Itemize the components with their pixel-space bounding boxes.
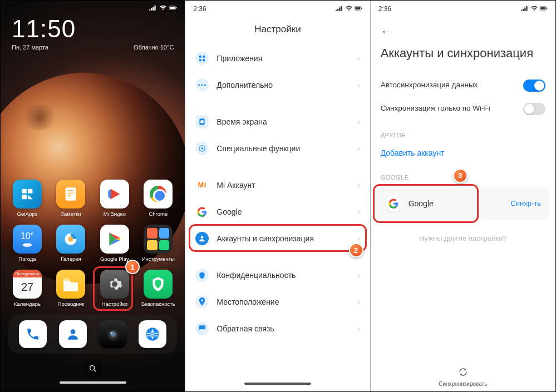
chevron-right-icon: ›: [357, 54, 360, 63]
svg-rect-34: [547, 8, 547, 9]
app-notes[interactable]: Заметки: [52, 180, 90, 217]
settings-item-special[interactable]: Специальные функции›: [185, 135, 370, 162]
search-button[interactable]: [83, 359, 102, 378]
tools-folder-icon: [144, 225, 173, 254]
settings-item-apps[interactable]: Приложения›: [185, 45, 370, 72]
settings-item-more[interactable]: Дополнительно›: [185, 72, 370, 98]
more-icon: [195, 78, 209, 92]
svg-rect-20: [199, 56, 201, 58]
settings-item-accounts-sync[interactable]: Аккаунты и синхронизация›: [185, 225, 370, 252]
app-phone[interactable]: [19, 320, 47, 348]
svg-point-28: [200, 120, 204, 123]
battery-icon: [355, 5, 362, 13]
svg-rect-21: [203, 56, 205, 58]
feedback-icon: [195, 322, 209, 335]
accounts-sync-icon: [195, 232, 209, 245]
google-account-row[interactable]: Google Синхр-ть: [376, 187, 550, 220]
settings-icon: [100, 270, 129, 299]
app-mivideo[interactable]: Mi Видео: [96, 180, 134, 217]
status-bar: [1, 1, 185, 13]
svg-point-31: [201, 236, 204, 239]
callout-badge-1: 1: [125, 260, 140, 274]
notes-icon: [56, 180, 85, 209]
google-logo-icon: [385, 195, 402, 212]
svg-point-26: [204, 84, 206, 86]
page-title: Аккаунты и синхронизация: [381, 41, 545, 72]
sync-all-button[interactable]: Синхронизировать: [371, 367, 555, 387]
apps-icon: [195, 52, 209, 65]
chevron-right-icon: ›: [357, 324, 360, 333]
chevron-right-icon: ›: [357, 234, 360, 243]
settings-item-privacy[interactable]: Конфиденциальность›: [185, 262, 370, 289]
toggle-row-wifi-only[interactable]: Синхронизация только по Wi-Fi: [371, 97, 555, 121]
google-logo-icon: [195, 205, 209, 219]
special-features-icon: [195, 142, 209, 155]
svg-rect-1: [170, 7, 175, 9]
svg-rect-19: [361, 8, 362, 9]
settings-item-screentime[interactable]: Время экрана›: [185, 108, 370, 135]
sync-icon: [371, 367, 555, 380]
svg-rect-4: [68, 190, 75, 191]
svg-rect-22: [199, 59, 201, 61]
home-indicator[interactable]: [244, 383, 311, 385]
back-button[interactable]: ←: [381, 22, 545, 41]
privacy-icon: [195, 269, 209, 282]
app-browser[interactable]: [139, 320, 166, 348]
app-calendar[interactable]: Понедельник27Календарь: [8, 270, 46, 307]
settings-item-google[interactable]: Google›: [185, 199, 370, 225]
svg-point-30: [201, 147, 204, 150]
svg-point-24: [198, 84, 200, 86]
autosync-toggle[interactable]: [523, 80, 545, 92]
status-time: 2:36: [193, 5, 206, 13]
dock: [8, 315, 177, 354]
app-settings[interactable]: Настройки: [96, 270, 134, 307]
chevron-right-icon: ›: [357, 144, 360, 153]
app-camera[interactable]: [99, 320, 127, 348]
chevron-right-icon: ›: [357, 181, 360, 190]
clock-date: Пн, 27 марта: [12, 44, 48, 51]
search-icon: [88, 364, 97, 373]
wifi-icon: [159, 5, 167, 11]
chrome-icon: [144, 180, 173, 209]
status-bar: 2:36: [371, 1, 555, 15]
weather-temp: 10°C: [160, 44, 174, 51]
app-getapps[interactable]: GetApps: [8, 180, 46, 217]
svg-rect-2: [176, 7, 176, 9]
svg-point-7: [23, 243, 32, 247]
sync-button[interactable]: Синхр-ть: [510, 199, 541, 207]
svg-point-25: [201, 84, 203, 86]
accounts-sync-panel: 2:36 ← Аккаунты и синхронизация Автосинх…: [371, 1, 555, 391]
svg-rect-33: [540, 7, 545, 9]
toggle-row-autosync[interactable]: Автосинхронизация данных: [371, 74, 555, 97]
app-weather[interactable]: 10°Погода: [8, 225, 46, 262]
home-indicator[interactable]: [60, 381, 126, 384]
mivideo-icon: [100, 180, 129, 209]
status-bar: 2:36: [185, 1, 370, 15]
googleplay-icon: [100, 225, 129, 254]
callout-badge-3: 3: [453, 168, 468, 183]
callout-badge-2: 2: [349, 243, 363, 257]
app-chrome[interactable]: Chrome: [139, 180, 177, 217]
page-title: Настройки: [185, 15, 370, 45]
wifi-only-toggle[interactable]: [523, 103, 545, 115]
wifi-icon: [345, 5, 353, 13]
app-files[interactable]: Проводник: [52, 270, 90, 307]
settings-item-miaccount[interactable]: MIMi Аккаунт›: [185, 172, 370, 199]
settings-item-location[interactable]: Местоположение›: [185, 289, 370, 315]
svg-rect-3: [66, 187, 76, 200]
calendar-icon: Понедельник27: [13, 270, 42, 299]
app-gallery[interactable]: Галерея: [52, 225, 90, 262]
clock-widget[interactable]: 11:50 Пн, 27 марта Облачно 10°C: [1, 13, 185, 51]
app-googleplay[interactable]: Google Play: [96, 225, 134, 262]
signal-icon: [336, 5, 343, 13]
svg-rect-18: [355, 7, 360, 9]
svg-point-16: [90, 366, 94, 370]
chevron-right-icon: ›: [357, 271, 360, 280]
app-tools-folder[interactable]: Инструменты: [139, 225, 177, 262]
app-contacts[interactable]: [59, 320, 87, 348]
chevron-right-icon: ›: [357, 81, 360, 90]
add-account-link[interactable]: Добавить аккаунт: [371, 143, 555, 163]
settings-item-feedback[interactable]: Обратная связь›: [185, 315, 370, 342]
other-settings-hint[interactable]: Нужны другие настройки?: [371, 222, 555, 247]
app-security[interactable]: Безопасность: [139, 270, 177, 307]
